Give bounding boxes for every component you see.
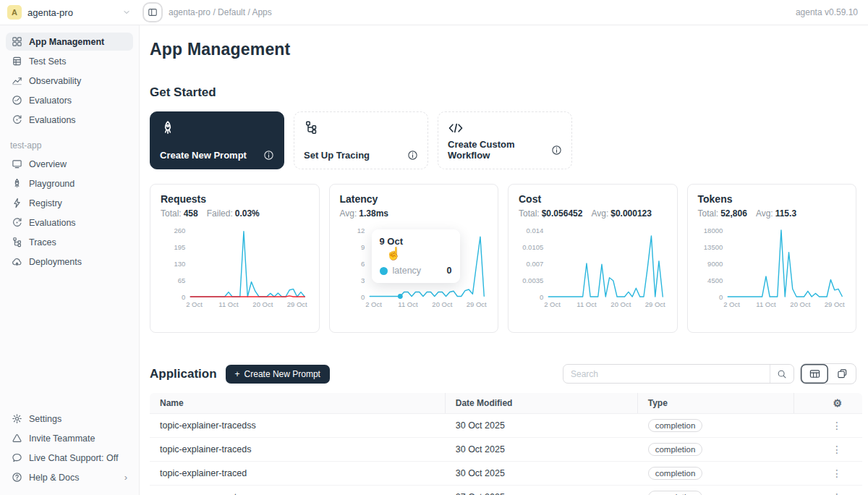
- svg-text:4500: 4500: [707, 276, 723, 284]
- get-started-cards: Create New Prompt Set Up Tracing Create …: [150, 111, 862, 169]
- gear-icon: [12, 413, 22, 424]
- svg-text:29 Oct: 29 Oct: [287, 300, 307, 308]
- chart-stats: Total:52,806 Avg:115.3: [698, 208, 846, 219]
- reload-icon: [12, 114, 22, 125]
- card-view-button[interactable]: [828, 364, 856, 384]
- info-icon[interactable]: [407, 150, 418, 161]
- sidebar-item-label: Playground: [29, 179, 75, 189]
- table-row[interactable]: topic-explainer-tracedss 30 Oct 2025 com…: [150, 414, 862, 438]
- tree-icon: [12, 237, 22, 248]
- svg-text:6: 6: [360, 260, 364, 268]
- sidebar-item-registry[interactable]: Registry: [6, 194, 133, 212]
- table-row[interactable]: topic-explainer-traced 30 Oct 2025 compl…: [150, 462, 862, 486]
- svg-text:0: 0: [540, 293, 543, 301]
- app-name[interactable]: topic-explainer-traced: [150, 462, 446, 485]
- rocket-icon: [12, 178, 22, 189]
- row-menu-icon[interactable]: ⋮: [832, 420, 842, 431]
- metrics-cards: Requests Total:458 Failed:0.03% 26019513…: [150, 184, 862, 333]
- sidebar-item-evaluations[interactable]: Evaluations: [6, 111, 133, 129]
- search-box: [563, 364, 794, 384]
- main-content: App Management Get Started Create New Pr…: [140, 25, 868, 495]
- column-header-name[interactable]: Name: [150, 393, 446, 413]
- app-date-modified: 30 Oct 2025: [446, 438, 638, 461]
- tokens-line-chart[interactable]: 18000135009000450002 Oct11 Oct20 Oct29 O…: [698, 224, 846, 320]
- app-date-modified: 30 Oct 2025: [446, 414, 638, 437]
- sidebar-item-deployments[interactable]: Deployments: [6, 253, 133, 271]
- chart-stats: Total:$0.056452 Avg:$0.000123: [519, 208, 667, 219]
- app-group-label: test-app: [10, 140, 133, 151]
- sidebar-item-traces[interactable]: Traces: [6, 233, 133, 251]
- column-header-date-modified[interactable]: Date Modified: [446, 393, 638, 413]
- svg-text:11 Oct: 11 Oct: [218, 300, 239, 308]
- tooltip-value: 0: [447, 266, 452, 276]
- sidebar-item-playground[interactable]: Playground: [6, 174, 133, 192]
- top-bar: A agenta-pro agenta-pro / Default / Apps…: [0, 0, 868, 25]
- chart-title: Latency: [340, 193, 488, 205]
- svg-text:13500: 13500: [703, 243, 722, 251]
- sidebar-item-help-docs[interactable]: Help & Docs ›: [6, 468, 133, 486]
- sidebar-item-settings[interactable]: Settings: [6, 410, 133, 428]
- svg-text:2 Oct: 2 Oct: [723, 300, 740, 308]
- sidebar-item-overview[interactable]: Overview: [6, 155, 133, 173]
- create-custom-workflow-card[interactable]: Create Custom Workflow: [438, 111, 572, 169]
- grid-icon: [12, 36, 22, 47]
- app-name[interactable]: topic-explainer-traceds: [150, 438, 446, 461]
- sidebar-item-label: Help & Docs: [29, 473, 79, 483]
- requests-line-chart[interactable]: 2601951306502 Oct11 Oct20 Oct29 Oct: [161, 224, 309, 320]
- sidebar-item-live-chat[interactable]: Live Chat Support: Off: [6, 449, 133, 467]
- svg-text:0.007: 0.007: [526, 260, 543, 268]
- svg-text:29 Oct: 29 Oct: [824, 300, 844, 308]
- cost-chart-card: Cost Total:$0.056452 Avg:$0.000123 0.014…: [508, 184, 678, 333]
- view-toggle: [800, 363, 856, 384]
- breadcrumb[interactable]: agenta-pro / Default / Apps: [169, 7, 272, 17]
- type-badge: completion: [648, 419, 703, 432]
- series-dot: [380, 267, 388, 275]
- column-header-type[interactable]: Type: [638, 393, 795, 413]
- svg-text:0.0105: 0.0105: [522, 243, 543, 251]
- set-up-tracing-card[interactable]: Set Up Tracing: [294, 111, 428, 169]
- sidebar-item-observability[interactable]: Observability: [6, 72, 133, 90]
- column-settings-gear-icon[interactable]: ⚙: [833, 397, 842, 409]
- row-menu-icon[interactable]: ⋮: [832, 444, 842, 455]
- sidebar-item-evaluations-app[interactable]: Evaluations: [6, 213, 133, 232]
- svg-text:0.0035: 0.0035: [522, 276, 543, 284]
- sidebar-item-app-management[interactable]: App Management: [6, 33, 133, 51]
- row-menu-icon[interactable]: ⋮: [832, 468, 842, 479]
- app-name[interactable]: career-assessment: [150, 486, 446, 495]
- svg-text:11 Oct: 11 Oct: [398, 300, 418, 308]
- sidebar-item-evaluators[interactable]: Evaluators: [6, 91, 133, 109]
- workspace-switcher[interactable]: A agenta-pro: [0, 5, 140, 20]
- card-label: Set Up Tracing: [304, 150, 370, 161]
- type-badge: completion: [648, 443, 703, 456]
- search-icon[interactable]: [770, 365, 793, 383]
- table-row[interactable]: topic-explainer-traceds 30 Oct 2025 comp…: [150, 438, 862, 462]
- row-menu-icon[interactable]: ⋮: [832, 491, 842, 495]
- sidebar-item-label: Overview: [29, 159, 67, 169]
- svg-text:11 Oct: 11 Oct: [576, 300, 597, 308]
- info-icon[interactable]: [551, 145, 562, 156]
- table-view-button[interactable]: [801, 364, 828, 384]
- cost-line-chart[interactable]: 0.0140.01050.0070.003502 Oct11 Oct20 Oct…: [519, 224, 667, 320]
- svg-text:130: 130: [174, 260, 185, 268]
- sidebar-item-invite-teammate[interactable]: Invite Teammate: [6, 429, 133, 447]
- svg-text:29 Oct: 29 Oct: [645, 300, 665, 308]
- svg-text:20 Oct: 20 Oct: [790, 300, 810, 308]
- sidebar-toggle-icon[interactable]: [145, 5, 160, 20]
- help-icon: [12, 472, 22, 483]
- svg-text:20 Oct: 20 Oct: [252, 300, 273, 308]
- chart-stats: Avg:1.38ms: [340, 208, 488, 219]
- tooltip-date: 9 Oct: [380, 236, 452, 247]
- create-new-prompt-button[interactable]: + Create New Prompt: [226, 365, 330, 384]
- svg-text:29 Oct: 29 Oct: [466, 300, 486, 308]
- table-row[interactable]: career-assessment 27 Oct 2025 completion…: [150, 486, 862, 495]
- sidebar-item-label: Traces: [29, 237, 56, 248]
- app-name[interactable]: topic-explainer-tracedss: [150, 414, 446, 437]
- tokens-chart-card: Tokens Total:52,806 Avg:115.3 1800013500…: [687, 184, 857, 333]
- page-title: App Management: [150, 40, 862, 59]
- sidebar-item-test-sets[interactable]: Test Sets: [6, 52, 133, 70]
- create-new-prompt-card[interactable]: Create New Prompt: [150, 111, 284, 169]
- search-input[interactable]: [563, 369, 770, 379]
- breadcrumb-bar: agenta-pro / Default / Apps agenta v0.59…: [140, 5, 868, 20]
- chart-tooltip: 9 Oct ☝ latency 0: [372, 229, 460, 283]
- info-icon[interactable]: [263, 150, 274, 161]
